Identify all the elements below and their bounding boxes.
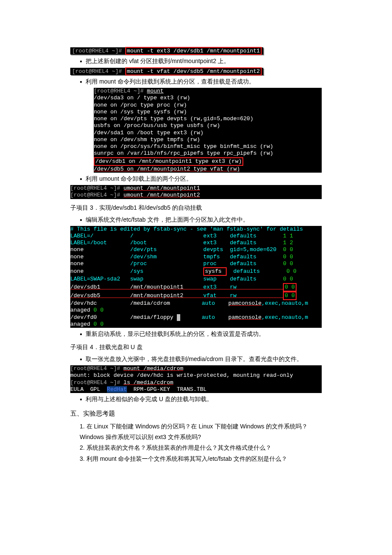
fstab-content: # This file is edited by fstab-sync - se… xyxy=(70,226,322,328)
cdrom-output: [root@RHEL4 ~]# mount /media/cdrom mount… xyxy=(70,365,322,393)
bullet-usb-similar: 利用与上述相似的命令完成 U 盘的挂载与卸载。 xyxy=(80,395,322,404)
bullet-umount-desc: 利用 umount 命令卸载上面的两个分区。 xyxy=(80,174,322,183)
mount-output: [root@RHEL4 ~]# mount /dev/sda3 on / typ… xyxy=(94,88,322,173)
bullet-mount-cdrom: 取一张光盘放入光驱中，将光盘挂载到/media/cdrom 目录下。查看光盘中的… xyxy=(80,355,322,364)
bullet-mount-list-desc: 利用 mount 命令列出挂载到系统上的分区，查看挂载是否成功。 xyxy=(80,77,322,86)
question-1: 1. 在 Linux 下能创建 Windows 的分区吗？在 Linux 下能创… xyxy=(70,421,322,442)
cmd-mount-vfat: [root@RHEL4 ~]# mount -t vfat /dev/sdb5 … xyxy=(70,67,322,75)
umount-cmds: [root@RHEL4 ~]# umount /mnt/mountpoint1 … xyxy=(70,185,322,199)
bullet-reboot-check: 重新启动系统，显示已经挂载到系统上的分区，检查设置是否成功。 xyxy=(80,330,322,338)
subproject-3-title: 子项目 3．实现/dev/sdb1 和/dev/sdb5 的自动挂载 xyxy=(70,204,322,212)
cmd-mount-ext3: [root@RHEL4 ~]# mount -t ext3 /dev/sdb1 … xyxy=(70,47,322,55)
question-2: 2. 系统挂装表的文件名？系统挂装表的作用是什么？其文件格式使什么？ xyxy=(70,442,322,453)
section-5-title: 五、实验思考题 xyxy=(70,410,322,418)
question-3: 3. 利用 mount 命令挂装一个文件系统和将其写入/etc/fstab 文件… xyxy=(70,454,322,464)
bullet-vfat-mount-desc: 把上述新创建的 vfat 分区挂载到/mnt/mountpoint2 上。 xyxy=(80,57,322,66)
bullet-edit-fstab: 编辑系统文件/etc/fstab 文件，把上面两个分区加入此文件中。 xyxy=(80,215,322,224)
subproject-4-title: 子项目 4．挂载光盘和 U 盘 xyxy=(70,344,322,351)
